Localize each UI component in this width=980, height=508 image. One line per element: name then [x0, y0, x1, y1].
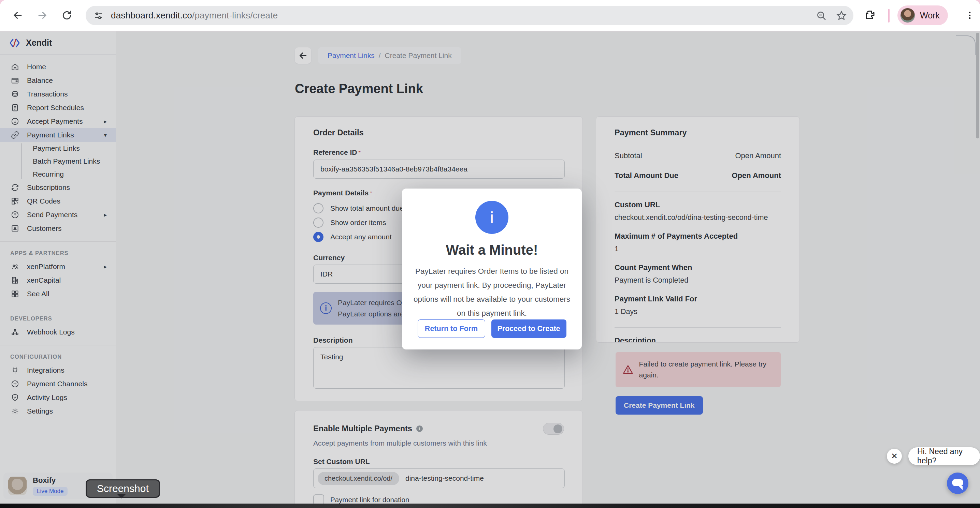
browser-toolbar: dashboard.xendit.co/payment-links/create…: [0, 0, 980, 31]
profile-name: Work: [920, 11, 940, 21]
toolbar-separator: [888, 9, 889, 22]
chat-dismiss-button[interactable]: ✕: [887, 449, 902, 464]
browser-menu-button[interactable]: [963, 8, 977, 22]
site-settings-icon[interactable]: [93, 11, 103, 21]
forward-arrow-icon: [37, 10, 48, 21]
zoom-out-icon[interactable]: [816, 10, 827, 21]
extensions-puzzle-icon[interactable]: [862, 7, 878, 24]
profile-avatar: [900, 8, 915, 23]
browser-reload-button[interactable]: [59, 7, 75, 24]
modal-body-text: PayLater requires Order Items to be list…: [414, 264, 570, 320]
browser-forward-button[interactable]: [34, 7, 51, 24]
dock-strip: [0, 503, 980, 508]
url-text[interactable]: dashboard.xendit.co/payment-links/create: [111, 10, 278, 21]
modal-title: Wait a Minute!: [402, 243, 582, 258]
scrollbar-thumb[interactable]: [976, 33, 979, 138]
chat-bubble-tail: [958, 486, 963, 490]
browser-profile-chip[interactable]: Work: [897, 5, 948, 25]
bookmark-star-icon[interactable]: [836, 10, 847, 21]
proceed-to-create-button[interactable]: Proceed to Create: [492, 319, 566, 338]
info-circle-icon: i: [475, 201, 508, 234]
chat-greeting-bubble[interactable]: Hi. Need any help?: [908, 447, 980, 465]
url-path: /payment-links/create: [192, 10, 278, 21]
back-arrow-icon: [12, 10, 24, 21]
close-icon: ✕: [891, 451, 898, 461]
url-host: dashboard.xendit.co: [111, 10, 192, 21]
return-to-form-button[interactable]: Return to Form: [418, 319, 485, 338]
chat-bubble-icon: [952, 479, 963, 486]
browser-back-button[interactable]: [10, 7, 26, 24]
address-bar[interactable]: dashboard.xendit.co/payment-links/create: [86, 6, 853, 25]
wait-a-minute-modal: i Wait a Minute! PayLater requires Order…: [402, 189, 582, 349]
reload-icon: [61, 10, 72, 21]
screenshot-tooltip: Screenshot: [86, 479, 160, 498]
screen: dashboard.xendit.co/payment-links/create…: [0, 0, 980, 508]
chat-launcher-button[interactable]: [947, 473, 969, 494]
